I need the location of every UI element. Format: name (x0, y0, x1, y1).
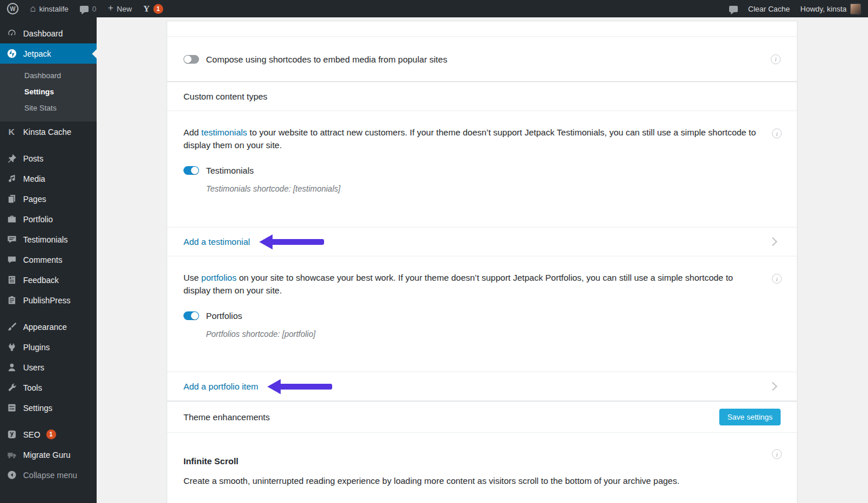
add-portfolio-row: Add a portfolio item (167, 372, 797, 401)
site-name-link[interactable]: ⌂ kinstalife (30, 4, 68, 13)
chevron-right-icon[interactable] (768, 382, 778, 391)
submenu-label: Dashboard (24, 71, 61, 80)
user-avatar (850, 3, 861, 14)
user-icon (6, 362, 17, 373)
custom-content-types-card: Custom content types Add testimonials to… (167, 82, 797, 401)
sidebar-item-label: PublishPress (23, 296, 71, 305)
sidebar-item-appearance[interactable]: Appearance (0, 317, 97, 337)
infinite-scroll-section: Infinite Scroll Create a smooth, uninter… (167, 433, 797, 503)
submenu-label: Site Stats (24, 104, 57, 112)
card-title: Theme enhancements (183, 412, 270, 422)
admin-sidebar: Dashboard Jetpack Dashboard Settings Sit… (0, 17, 97, 503)
comments-icon (6, 254, 17, 265)
card-title: Custom content types (167, 82, 797, 111)
home-icon: ⌂ (30, 4, 36, 13)
pages-icon (6, 193, 17, 204)
save-settings-button[interactable]: Save settings (719, 409, 781, 425)
portfolios-toggle-label: Portfolios (206, 311, 242, 321)
submenu-item-jetpack-settings[interactable]: Settings (0, 83, 97, 100)
clear-cache-button[interactable]: Clear Cache (748, 5, 790, 13)
add-portfolio-item-link[interactable]: Add a portfolio item (183, 381, 258, 391)
sidebar-item-pages[interactable]: Pages (0, 189, 97, 209)
sidebar-item-dashboard[interactable]: Dashboard (0, 23, 97, 43)
paintbrush-icon (6, 321, 17, 332)
howdy-label: Howdy, kinsta (800, 5, 847, 13)
comments-adminbar-link[interactable]: 0 (80, 5, 96, 13)
sidebar-item-label: SEO (23, 430, 41, 439)
sidebar-item-label: Pages (23, 194, 46, 204)
sidebar-item-jetpack[interactable]: Jetpack (0, 43, 97, 64)
testimonials-toggle[interactable] (183, 166, 199, 175)
description-text: Add (183, 127, 201, 137)
clear-cache-label: Clear Cache (748, 5, 790, 13)
sidebar-item-plugins[interactable]: Plugins (0, 337, 97, 357)
portfolios-link[interactable]: portfolios (201, 273, 237, 282)
sidebar-item-label: Tools (23, 383, 42, 392)
feedback-bubble-menu[interactable] (729, 6, 738, 12)
info-icon[interactable]: i (772, 128, 782, 138)
new-label: New (117, 5, 132, 13)
sidebar-item-label: Posts (23, 154, 43, 163)
sidebar-item-portfolio[interactable]: Portfolio (0, 209, 97, 229)
media-icon (6, 173, 17, 184)
sidebar-item-kinsta-cache[interactable]: K Kinsta Cache (0, 122, 97, 142)
sidebar-item-posts[interactable]: Posts (0, 148, 97, 168)
wrench-icon (6, 382, 17, 393)
sliders-icon (6, 402, 17, 413)
testimonials-section: Add testimonials to your website to attr… (167, 111, 797, 227)
comments-count: 0 (92, 5, 96, 13)
submenu-item-jetpack-site-stats[interactable]: Site Stats (0, 100, 97, 116)
sidebar-item-label: Dashboard (23, 29, 63, 38)
info-icon[interactable]: i (772, 449, 782, 459)
composing-card: Compose using shortcodes to embed media … (167, 21, 797, 82)
sidebar-item-feedback[interactable]: Feedback (0, 270, 97, 290)
sidebar-item-media[interactable]: Media (0, 168, 97, 189)
submenu-item-jetpack-dashboard[interactable]: Dashboard (0, 67, 97, 83)
yoast-icon: Y (144, 4, 150, 14)
main-content: Compose using shortcodes to embed media … (97, 17, 868, 503)
sidebar-item-label: Comments (23, 255, 62, 265)
sidebar-item-label: Portfolio (23, 215, 53, 224)
sidebar-item-comments[interactable]: Comments (0, 249, 97, 270)
portfolios-toggle[interactable] (183, 311, 199, 320)
sidebar-item-seo[interactable]: SEO 1 (0, 424, 97, 445)
shortcodes-toggle[interactable] (183, 55, 199, 64)
new-content-menu[interactable]: + New (108, 5, 131, 13)
info-icon[interactable]: i (771, 54, 781, 64)
add-testimonial-link[interactable]: Add a testimonial (183, 237, 250, 247)
wordpress-logo-menu[interactable]: W (7, 3, 19, 14)
my-account-menu[interactable]: Howdy, kinsta (800, 3, 861, 14)
sidebar-item-users[interactable]: Users (0, 357, 97, 377)
sidebar-item-publishpress[interactable]: PublishPress (0, 290, 97, 310)
testimonial-bubble-icon (6, 234, 17, 245)
sidebar-item-label: Collapse menu (23, 471, 77, 480)
kinsta-icon: K (6, 127, 17, 137)
yoast-adminbar-menu[interactable]: Y 1 (144, 4, 163, 14)
testimonials-link[interactable]: testimonials (201, 127, 247, 137)
sidebar-item-settings[interactable]: Settings (0, 398, 97, 418)
sidebar-item-tools[interactable]: Tools (0, 377, 97, 398)
sidebar-item-testimonials[interactable]: Testimonials (0, 229, 97, 249)
site-name-label: kinstalife (39, 5, 69, 13)
sidebar-item-collapse-menu[interactable]: Collapse menu (0, 465, 97, 485)
sidebar-item-label: Migrate Guru (23, 450, 71, 460)
add-testimonial-row: Add a testimonial (167, 227, 797, 256)
sidebar-item-label: Kinsta Cache (23, 127, 71, 137)
sidebar-item-label: Plugins (23, 343, 50, 352)
info-icon[interactable]: i (772, 274, 782, 284)
composing-card-cut-row (167, 21, 797, 37)
dashboard-icon (6, 28, 17, 39)
sidebar-item-label: Jetpack (23, 49, 51, 58)
clipboard-icon (6, 295, 17, 306)
description-text: to your website to attract new customers… (183, 127, 756, 150)
chevron-right-icon[interactable] (768, 237, 778, 247)
sidebar-item-migrate-guru[interactable]: Migrate Guru (0, 445, 97, 465)
speech-bubble-icon (729, 6, 738, 12)
yoast-notification-badge: 1 (153, 4, 163, 14)
theme-enhancements-card: Theme enhancements Save settings Infinit… (167, 401, 797, 503)
collapse-arrow-icon (6, 469, 17, 480)
pushpin-icon (6, 153, 17, 164)
infinite-scroll-description: Create a smooth, uninterrupted reading e… (183, 476, 781, 486)
sidebar-item-label: Feedback (23, 276, 58, 285)
portfolios-shortcode-note: Portfolios shortcode: [portfolio] (206, 329, 781, 339)
